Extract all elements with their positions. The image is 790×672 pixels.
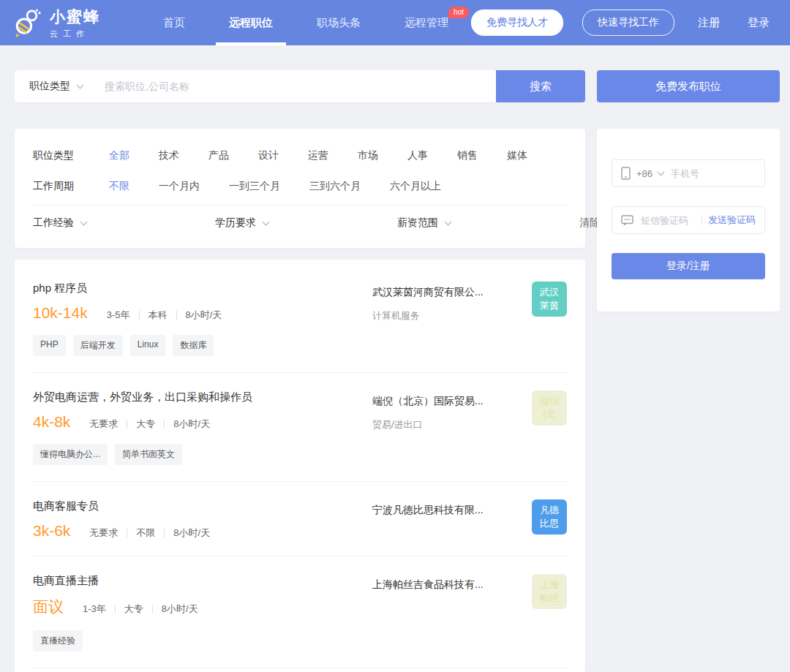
divider [115, 605, 116, 614]
filter-option[interactable]: 产品 [208, 149, 229, 162]
job-tags: 直播经验 [33, 630, 372, 652]
search-input[interactable] [97, 80, 496, 92]
job-meta-item: 8小时/天 [173, 418, 210, 431]
company-name[interactable]: 端倪（北京）国际贸易... [372, 395, 532, 408]
job-salary: 4k-8k [33, 413, 70, 431]
phone-number-input[interactable] [671, 168, 756, 179]
job-meta-item: 无要求 [89, 418, 118, 431]
nav-item[interactable]: 远程职位 [207, 0, 295, 45]
sms-code-input[interactable] [641, 215, 696, 226]
filter-label: 工作周期 [33, 180, 84, 193]
job-tag: 懂得电脑办公... [33, 444, 108, 465]
find-job-button[interactable]: 快速寻找工作 [582, 10, 674, 36]
company-logo: 武汉莱茵 [532, 282, 567, 317]
divider [164, 529, 165, 537]
divider [127, 529, 127, 537]
filter-option[interactable]: 销售 [457, 149, 478, 162]
filter-option[interactable]: 媒体 [507, 149, 527, 162]
filter-row: 工作周期不限一个月内一到三个月三到六个月六个月以上 [33, 171, 567, 202]
filter-option[interactable]: 市场 [358, 149, 378, 162]
job-meta-item: 8小时/天 [162, 603, 198, 616]
filter-option[interactable]: 一到三个月 [229, 180, 280, 193]
filter-option[interactable]: 一个月内 [159, 180, 200, 193]
phone-input-group: +86 [612, 159, 765, 187]
filter-option[interactable]: 全部 [109, 149, 129, 162]
logo-text-line: (北 [543, 408, 555, 421]
sms-code-input-group: 发送验证码 [612, 206, 765, 234]
divider [164, 420, 165, 429]
job-meta-item: 大专 [136, 418, 155, 431]
filter-dropdown[interactable]: 工作经验 [33, 216, 86, 230]
hot-badge: hot [448, 7, 469, 18]
job-tag: 简单书面英文 [115, 444, 182, 465]
filter-options: 不限一个月内一到三个月三到六个月六个月以上 [109, 180, 441, 193]
filter-dropdown-label: 工作经验 [33, 216, 74, 230]
company-name[interactable]: 上海帕丝吉食品科技有... [372, 578, 532, 592]
job-title[interactable]: 外贸电商运营，外贸业务，出口采购和操作员 [33, 390, 372, 404]
post-job-button[interactable]: 免费发布职位 [597, 70, 780, 102]
filter-options: 全部技术产品设计运营市场人事销售媒体 [109, 149, 527, 162]
filter-option[interactable]: 三到六个月 [309, 180, 361, 193]
nav-item[interactable]: 职场头条 [295, 0, 383, 45]
login-link[interactable]: 登录 [743, 16, 774, 30]
job-listing[interactable]: php 程序员 10k-14k 3-5年本科8小时/天 PHP后端开发Linux… [33, 264, 567, 373]
job-title[interactable]: php 程序员 [33, 282, 372, 295]
search-bar: 职位类型 [15, 70, 496, 102]
job-meta-item: 本科 [148, 309, 168, 322]
logo-text-line: 凡德 [540, 504, 559, 517]
top-header: 小蜜蜂 云工作 首页远程职位职场头条远程管理hot 免费寻找人才 快速寻找工作 … [0, 0, 790, 45]
filter-dropdowns: 工作经验学历要求薪资范围 [33, 216, 579, 230]
filter-dropdown[interactable]: 薪资范围 [397, 216, 451, 230]
logo-text-line: 莱茵 [540, 299, 559, 312]
job-listing[interactable]: 外贸电商运营，外贸业务，出口采购和操作员 4k-8k 无要求大专8小时/天 懂得… [33, 373, 567, 482]
search-button[interactable]: 搜索 [496, 70, 585, 102]
logo-text-line: 武汉 [540, 286, 559, 299]
job-meta-item: 大专 [124, 603, 143, 616]
job-salary: 3k-6k [33, 522, 70, 540]
chevron-down-icon[interactable] [658, 168, 665, 175]
company-industry: 贸易/进出口 [372, 418, 532, 431]
company-name[interactable]: 宁波凡德比思科技有限... [372, 504, 532, 517]
job-salary: 面议 [33, 597, 64, 617]
find-talent-button[interactable]: 免费寻找人才 [471, 10, 563, 36]
job-list: php 程序员 10k-14k 3-5年本科8小时/天 PHP后端开发Linux… [15, 260, 585, 672]
nav-item[interactable]: 首页 [141, 0, 207, 45]
search-category-dropdown[interactable]: 职位类型 [15, 80, 97, 93]
job-title[interactable]: 电商直播主播 [33, 574, 372, 588]
phone-icon [621, 167, 631, 180]
filter-row: 职位类型全部技术产品设计运营市场人事销售媒体 [33, 140, 567, 171]
logo-text-line: 比思 [540, 517, 559, 530]
register-link[interactable]: 注册 [693, 16, 724, 30]
job-meta-item: 8小时/天 [186, 309, 222, 322]
job-meta: 无要求大专8小时/天 [89, 418, 210, 431]
header-actions: 免费寻找人才 快速寻找工作 注册 登录 [471, 10, 790, 36]
login-register-button[interactable]: 登录/注册 [612, 253, 765, 279]
send-code-button[interactable]: 发送验证码 [708, 214, 756, 227]
job-title[interactable]: 电商客服专员 [33, 499, 372, 513]
chevron-down-icon [77, 81, 84, 88]
nav-item[interactable]: 远程管理hot [383, 0, 470, 45]
logo-subtitle: 云工作 [50, 29, 100, 39]
login-panel: +86 发送验证码 登录/注册 [597, 129, 780, 312]
divider [152, 605, 153, 614]
job-listing[interactable]: 电商直播主播 面议 1-3年大专8小时/天 直播经验 上海帕丝吉食品科技有...… [33, 556, 567, 668]
filter-option[interactable]: 不限 [109, 180, 129, 193]
divider [701, 215, 702, 225]
filter-dropdown-label: 学历要求 [215, 216, 256, 230]
filter-option[interactable]: 六个月以上 [390, 180, 441, 193]
filter-option[interactable]: 人事 [407, 149, 428, 162]
job-listing[interactable]: 电商客服专员 3k-6k 无要求不限8小时/天 宁波凡德比思科技有限... 凡德… [33, 482, 567, 556]
company-name[interactable]: 武汉莱茵河商贸有限公... [372, 286, 532, 299]
main-content: 职位类型 搜索 职位类型全部技术产品设计运营市场人事销售媒体工作周期不限一个月内… [0, 45, 790, 672]
job-tag: PHP [33, 335, 66, 356]
filter-option[interactable]: 设计 [258, 149, 279, 162]
filter-option[interactable]: 技术 [159, 149, 179, 162]
filter-dropdown-row: 工作经验学历要求薪资范围 清除全部 [33, 208, 567, 238]
job-meta-item: 1-3年 [83, 603, 106, 616]
country-code-select[interactable]: +86 [636, 168, 652, 179]
filter-option[interactable]: 运营 [308, 149, 328, 162]
job-tags: 懂得电脑办公...简单书面英文 [33, 444, 372, 465]
filter-dropdown[interactable]: 学历要求 [215, 216, 268, 230]
site-logo[interactable]: 小蜜蜂 云工作 [12, 7, 100, 39]
company-logo: 凡德比思 [532, 499, 567, 535]
